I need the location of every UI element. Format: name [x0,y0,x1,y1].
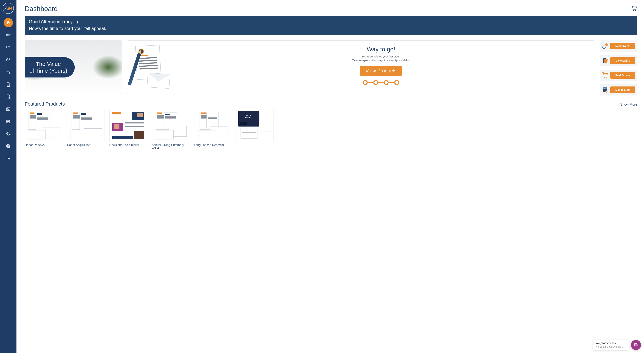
chat-fab[interactable] [631,340,641,350]
value-time-label: The Value of Time (Yours) [25,56,76,78]
mail-open-icon [6,57,11,62]
quick-action-past-orders[interactable]: Past Orders [600,70,637,81]
product-card[interactable]: Donor Renewal [25,109,62,150]
tools-icon [602,43,608,50]
product-title: Newsletter, Self-mailer [109,143,147,147]
nav-help[interactable]: ? [4,142,13,151]
logo-letter-m: M [8,6,12,11]
product-title: Donor Renewal [25,143,62,147]
svg-point-13 [604,77,605,78]
logo-letter-a: A [4,6,8,11]
nav-settings[interactable] [4,129,13,138]
gear-icon [6,132,11,136]
card-way-to-go: Way to go! You've completed your first o… [127,40,595,94]
quick-action-new-project[interactable]: New Project [600,40,637,52]
svg-point-9 [635,10,636,11]
image-icon [6,107,11,112]
illus-envelope [147,72,170,89]
chat-bubble[interactable]: Yes, We're Online! No Bots:) Get Live He… [593,340,629,350]
mail-send-icon [6,32,11,38]
file-check-icon [6,94,11,99]
sidebar-logo[interactable]: AM [2,2,14,14]
nav-file-check[interactable] [4,92,13,102]
quick-action-label: Mailed Lists [610,86,636,93]
banner-tagline: Now's the time to start your fall appeal… [29,26,633,31]
product-title: Long Lapsed Renewal [194,143,232,147]
waytogo-heading: Way to go! [367,46,395,53]
greeting-text: Good Afternoon Tracy :-) [29,19,633,24]
product-thumb [194,109,232,142]
product-thumb: GALANIGHT [236,109,274,142]
product-card[interactable]: GALANIGHT [236,109,274,150]
nav-csv-file[interactable]: CSV [4,80,13,89]
svg-point-8 [633,10,634,11]
cart-outline-icon [602,72,608,78]
help-icon: ? [6,144,11,148]
product-thumb [67,109,104,142]
product-thumb [109,109,147,142]
card-value-of-time[interactable]: The Value of Time (Yours) [25,40,122,94]
main-content: Dashboard Good Afternoon Tracy :-) Now's… [16,0,644,353]
nav-news[interactable] [4,117,13,126]
home-icon [6,20,11,25]
quick-action-mailed-lists[interactable]: CSV Mailed Lists [600,84,637,96]
svg-point-14 [606,77,607,78]
product-thumb [25,109,62,142]
chat-icon [634,342,638,348]
mail-receive-icon [6,45,11,50]
quick-action-label: New Project [610,43,636,50]
featured-product-grid: Donor Renewal Donor Acquisition [25,109,637,150]
chat-line2: No Bots:) Get Live Help No… [596,345,626,348]
nav-mail-check[interactable] [4,68,13,77]
waytogo-body: You've completed your first order. Time … [352,55,410,62]
view-products-button[interactable]: View Products [360,66,402,76]
nav-logout[interactable] [4,154,13,163]
cart-icon [631,5,637,12]
nav-mail-in[interactable] [4,43,13,52]
product-card[interactable]: Newsletter, Self-mailer [109,109,147,150]
featured-heading: Featured Products [25,101,65,107]
product-title: Annual Giving Summary w/Ask [152,143,189,150]
value-time-line2: of Time (Yours) [30,68,67,74]
product-thumb [152,109,189,142]
nav-images[interactable] [4,104,13,114]
quick-action-label: Past Orders [610,72,636,78]
chat-line1: Yes, We're Online! [596,342,626,345]
quick-action-view-drafts[interactable]: View Drafts [600,55,637,66]
file-csv-icon: CSV [6,82,11,87]
quick-actions: New Project View Drafts Past Orders CSV … [600,40,637,96]
documents-icon [602,57,608,64]
quick-action-label: View Drafts [610,57,636,64]
svg-text:CSV: CSV [7,84,10,86]
product-title: Donor Acquisition [67,143,104,147]
svg-text:?: ? [8,144,9,148]
waytogo-text: Way to go! You've completed your first o… [172,45,590,90]
nav-mail-out[interactable] [4,30,13,40]
sidebar: AM CSV ? [0,0,16,353]
header-row: Dashboard [25,5,637,13]
page-title: Dashboard [25,5,58,13]
waytogo-line1: You've completed your first order. [362,55,400,58]
waytogo-line2: Time to explore other ways to utilize Ap… [352,59,410,62]
mail-check-icon [6,70,11,74]
logout-icon [6,156,11,161]
value-time-line1: The Value [30,61,67,68]
featured-header: Featured Products Show More [25,101,637,107]
cart-button[interactable] [631,5,637,12]
product-card[interactable]: Donor Acquisition [67,109,104,150]
waytogo-illustration [132,45,170,90]
product-card[interactable]: Annual Giving Summary w/Ask [152,109,189,150]
chat-widget: Yes, We're Online! No Bots:) Get Live He… [593,340,641,350]
csv-download-icon: CSV [602,86,608,93]
product-card[interactable]: Long Lapsed Renewal [194,109,232,150]
progress-indicator [363,80,399,85]
show-more-link[interactable]: Show More [620,102,637,106]
nav-open-mail[interactable] [4,55,13,64]
nav-home[interactable] [4,18,13,27]
svg-text:CSV: CSV [604,88,606,89]
newspaper-icon [6,119,11,124]
dashboard-cards-row: The Value of Time (Yours) Way to go! You… [25,40,637,96]
greeting-banner: Good Afternoon Tracy :-) Now's the time … [25,16,637,35]
svg-rect-12 [604,58,608,64]
